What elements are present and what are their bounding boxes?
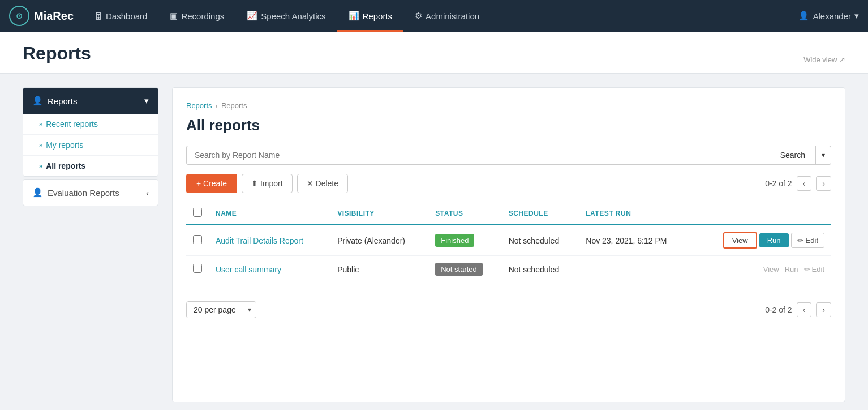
breadcrumb-reports-link[interactable]: Reports: [186, 101, 212, 110]
sidebar-evaluation-section: 👤 Evaluation Reports ‹: [23, 179, 158, 206]
row1-checkbox[interactable]: [193, 235, 202, 244]
top-navigation: ⊙ MiaRec 🎛 Dashboard ▣ Recordings 📈 Spee…: [0, 0, 868, 32]
create-button[interactable]: + Create: [186, 174, 237, 193]
main-content: Reports › Reports All reports Search ▾ +…: [172, 87, 845, 402]
row2-edit-icon: ✏: [804, 265, 810, 274]
action-bar: + Create ⬆ Import ✕ Delete 0-2 of 2 ‹ ›: [186, 174, 831, 193]
prev-page-bottom-button[interactable]: ‹: [797, 302, 812, 317]
all-reports-chevron-icon: »: [39, 163, 42, 169]
sidebar-item-my-reports[interactable]: » My reports: [23, 135, 158, 156]
nav-item-dashboard[interactable]: 🎛 Dashboard: [83, 0, 158, 32]
row2-action-buttons: View Run ✏ Edit: [699, 265, 824, 274]
row2-visibility-text: Public: [337, 265, 359, 274]
breadcrumb: Reports › Reports: [186, 101, 831, 110]
nav-label-speech-analytics: Speech Analytics: [261, 11, 325, 21]
user-menu[interactable]: 👤 Alexander ▾: [798, 11, 859, 21]
table-row: User call summary Public Not started Not…: [186, 256, 831, 283]
sidebar-reports-section: 👤 Reports ▾ » Recent reports » My report…: [23, 87, 158, 177]
per-page-dropdown-button[interactable]: ▾: [243, 302, 256, 317]
row2-checkbox-cell: [186, 256, 209, 283]
row2-name-link[interactable]: User call summary: [216, 265, 281, 274]
row2-view-button[interactable]: View: [763, 265, 779, 274]
page-header: Reports Wide view ↗: [0, 32, 868, 74]
row2-name: User call summary: [209, 256, 330, 283]
sidebar-item-recent-reports[interactable]: » Recent reports: [23, 114, 158, 135]
edit-icon: ✏: [797, 236, 803, 245]
row1-visibility: Private (Alexander): [330, 225, 428, 256]
row1-status-badge: Finished: [435, 234, 474, 247]
row1-action-buttons: View Run ✏ Edit: [699, 232, 824, 249]
next-page-bottom-button[interactable]: ›: [816, 302, 831, 317]
col-schedule: SCHEDULE: [502, 202, 579, 225]
row2-edit-label: Edit: [812, 265, 824, 274]
sidebar-reports-label: Reports: [48, 96, 78, 106]
sidebar-evaluation-header[interactable]: 👤 Evaluation Reports ‹: [23, 180, 158, 206]
per-page-value: 20 per page: [187, 302, 243, 318]
reports-table: NAME VISIBILITY STATUS SCHEDULE LATEST R…: [186, 202, 831, 283]
app-name: MiaRec: [34, 10, 74, 23]
eval-reports-chevron-icon: ‹: [146, 188, 149, 198]
search-input[interactable]: [186, 146, 770, 165]
nav-item-recordings[interactable]: ▣ Recordings: [158, 0, 235, 32]
col-visibility: VISIBILITY: [330, 202, 428, 225]
my-reports-label: My reports: [46, 140, 83, 150]
sidebar: 👤 Reports ▾ » Recent reports » My report…: [23, 87, 158, 402]
main-layout: 👤 Reports ▾ » Recent reports » My report…: [0, 74, 868, 410]
wide-view-button[interactable]: Wide view ↗: [803, 55, 845, 64]
eval-reports-label: Evaluation Reports: [48, 188, 119, 198]
nav-item-reports[interactable]: 📊 Reports: [337, 0, 404, 32]
user-chevron-icon: ▾: [854, 11, 859, 21]
bottom-bar: 20 per page ▾ 0-2 of 2 ‹ ›: [186, 294, 831, 318]
row1-status: Finished: [428, 225, 501, 256]
row1-name: Audit Trail Details Report: [209, 225, 330, 256]
logo-icon: ⊙: [9, 6, 29, 26]
sidebar-reports-header[interactable]: 👤 Reports ▾: [23, 88, 158, 114]
import-button[interactable]: ⬆ Import: [242, 174, 293, 193]
row2-checkbox[interactable]: [193, 264, 202, 273]
row2-latest-run: [579, 256, 693, 283]
row1-visibility-text: Private (Alexander): [337, 236, 405, 245]
recent-reports-label: Recent reports: [46, 119, 98, 129]
nav-item-speech-analytics[interactable]: 📈 Speech Analytics: [235, 0, 337, 32]
sidebar-reports-icon: 👤: [32, 96, 43, 106]
sidebar-reports-chevron-icon: ▾: [144, 96, 149, 106]
breadcrumb-separator: ›: [216, 101, 218, 110]
row1-schedule: Not scheduled: [502, 225, 579, 256]
row1-view-button[interactable]: View: [723, 232, 757, 249]
row2-schedule: Not scheduled: [502, 256, 579, 283]
search-button[interactable]: Search: [770, 146, 816, 165]
nav-label-reports: Reports: [363, 11, 393, 21]
row1-schedule-text: Not scheduled: [509, 236, 560, 245]
next-page-button[interactable]: ›: [816, 176, 831, 191]
row2-edit-button[interactable]: ✏ Edit: [804, 265, 824, 274]
row1-edit-button[interactable]: ✏ Edit: [791, 233, 824, 248]
nav-item-administration[interactable]: ⚙ Administration: [403, 0, 491, 32]
row1-run-button[interactable]: Run: [759, 233, 789, 247]
admin-icon: ⚙: [415, 11, 422, 21]
search-bar: Search ▾: [186, 146, 831, 165]
search-dropdown-button[interactable]: ▾: [816, 146, 831, 165]
dashboard-icon: 🎛: [94, 11, 102, 21]
page-title: Reports: [23, 43, 91, 64]
sidebar-item-all-reports[interactable]: » All reports: [23, 156, 158, 176]
table-row: Audit Trail Details Report Private (Alex…: [186, 225, 831, 256]
content-title: All reports: [186, 117, 831, 134]
my-reports-chevron-icon: »: [39, 142, 42, 148]
row2-visibility: Public: [330, 256, 428, 283]
pagination-top-count: 0-2 of 2: [765, 179, 792, 188]
row2-run-button[interactable]: Run: [785, 265, 798, 274]
row1-checkbox-cell: [186, 225, 209, 256]
recordings-icon: ▣: [170, 11, 178, 21]
select-all-checkbox[interactable]: [193, 208, 202, 217]
speech-analytics-icon: 📈: [247, 11, 257, 21]
delete-button[interactable]: ✕ Delete: [297, 174, 348, 193]
nav-label-dashboard: Dashboard: [106, 11, 147, 21]
app-logo[interactable]: ⊙ MiaRec: [9, 6, 74, 26]
eval-reports-icon: 👤: [32, 187, 43, 198]
row1-name-link[interactable]: Audit Trail Details Report: [216, 236, 303, 245]
pagination-bottom: 0-2 of 2 ‹ ›: [765, 302, 831, 317]
table-header-row: NAME VISIBILITY STATUS SCHEDULE LATEST R…: [186, 202, 831, 225]
prev-page-button[interactable]: ‹: [797, 176, 812, 191]
row2-status-badge: Not started: [435, 263, 483, 276]
col-actions: [693, 202, 831, 225]
